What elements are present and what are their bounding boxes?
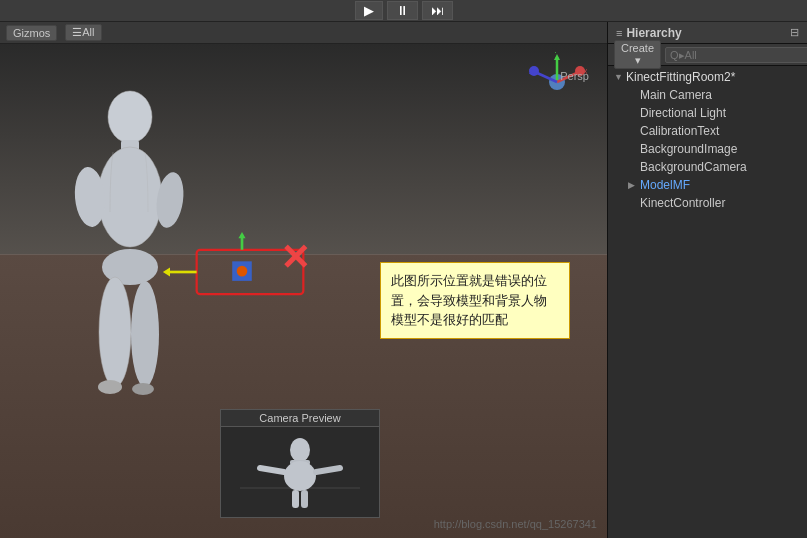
hierarchy-list: ▼KinectFittingRoom2*Main CameraDirection…: [608, 66, 807, 538]
svg-line-33: [316, 468, 340, 472]
hierarchy-arrow-kinect: ▼: [614, 72, 626, 82]
svg-point-29: [290, 438, 310, 462]
hierarchy-label-calibration-text: CalibrationText: [640, 124, 719, 138]
hierarchy-item-background-image[interactable]: BackgroundImage: [608, 140, 807, 158]
hierarchy-toolbar: Create ▾: [608, 44, 807, 66]
hierarchy-label-main-camera: Main Camera: [640, 88, 712, 102]
hierarchy-label-directional-light: Directional Light: [640, 106, 726, 120]
annotation-box: 此图所示位置就是错误的位置，会导致模型和背景人物模型不是很好的匹配: [380, 262, 570, 339]
svg-rect-34: [292, 490, 299, 508]
svg-text:Y: Y: [553, 52, 558, 54]
transform-gizmo-svg: [160, 232, 340, 312]
camera-preview-content: [221, 427, 379, 517]
scene-view: Gizmos ☰All Y: [0, 22, 607, 538]
hierarchy-item-main-camera[interactable]: Main Camera: [608, 86, 807, 104]
hierarchy-label-kinect: KinectFittingRoom2*: [626, 70, 735, 84]
step-button[interactable]: ⏭: [422, 1, 453, 20]
panel-close-button[interactable]: ⊟: [790, 26, 799, 39]
svg-marker-2: [554, 54, 560, 60]
scene-all-button[interactable]: ☰All: [65, 24, 101, 41]
camera-preview: Camera Preview: [220, 409, 380, 518]
svg-marker-22: [163, 268, 170, 277]
hierarchy-search-input[interactable]: [665, 47, 807, 63]
persp-label: Persp: [560, 70, 589, 82]
hierarchy-title: Hierarchy: [626, 26, 786, 40]
hierarchy-item-calibration-text[interactable]: CalibrationText: [608, 122, 807, 140]
top-toolbar: ▶ ⏸ ⏭: [0, 0, 807, 22]
play-button[interactable]: ▶: [355, 1, 383, 20]
svg-point-12: [98, 147, 162, 247]
x-mark: ✕: [280, 237, 310, 279]
hierarchy-icon: ≡: [616, 27, 622, 39]
svg-point-31: [284, 461, 316, 491]
scene-toolbar: Gizmos ☰All: [0, 22, 607, 44]
pause-button[interactable]: ⏸: [387, 1, 418, 20]
svg-line-32: [260, 468, 284, 472]
svg-rect-35: [301, 490, 308, 508]
svg-point-24: [237, 266, 248, 277]
svg-point-17: [131, 281, 159, 387]
annotation-text: 此图所示位置就是错误的位置，会导致模型和背景人物模型不是很好的匹配: [391, 273, 547, 327]
hierarchy-item-kinect[interactable]: ▼KinectFittingRoom2*: [608, 68, 807, 86]
main-layout: Gizmos ☰All Y: [0, 22, 807, 538]
right-panel: ≡ Hierarchy ⊟ Create ▾ ▼KinectFittingRoo…: [607, 22, 807, 538]
hierarchy-label-model-mf: ModelMF: [640, 178, 690, 192]
hierarchy-label-kinect-controller: KinectController: [640, 196, 725, 210]
hierarchy-item-model-mf[interactable]: ▶ModelMF: [608, 176, 807, 194]
hierarchy-arrow-model-mf: ▶: [628, 180, 640, 190]
hierarchy-label-background-camera: BackgroundCamera: [640, 160, 747, 174]
gizmo-widget: Y X Z: [527, 52, 587, 112]
svg-marker-26: [238, 232, 245, 238]
svg-point-18: [98, 380, 122, 394]
hierarchy-item-directional-light[interactable]: Directional Light: [608, 104, 807, 122]
camera-preview-title: Camera Preview: [221, 410, 379, 427]
svg-point-10: [108, 91, 152, 143]
hierarchy-label-background-image: BackgroundImage: [640, 142, 737, 156]
gizmo-svg: Y X Z: [527, 52, 587, 112]
watermark: http://blog.csdn.net/qq_15267341: [434, 518, 597, 530]
hierarchy-create-button[interactable]: Create ▾: [614, 40, 661, 69]
hierarchy-item-kinect-controller[interactable]: KinectController: [608, 194, 807, 212]
camera-preview-figure: [240, 430, 360, 515]
svg-point-16: [99, 277, 131, 387]
svg-point-19: [132, 383, 154, 395]
gizmos-button[interactable]: Gizmos: [6, 25, 57, 41]
hierarchy-item-background-camera[interactable]: BackgroundCamera: [608, 158, 807, 176]
svg-text:Z: Z: [529, 68, 534, 75]
transform-gizmo: [160, 232, 340, 315]
